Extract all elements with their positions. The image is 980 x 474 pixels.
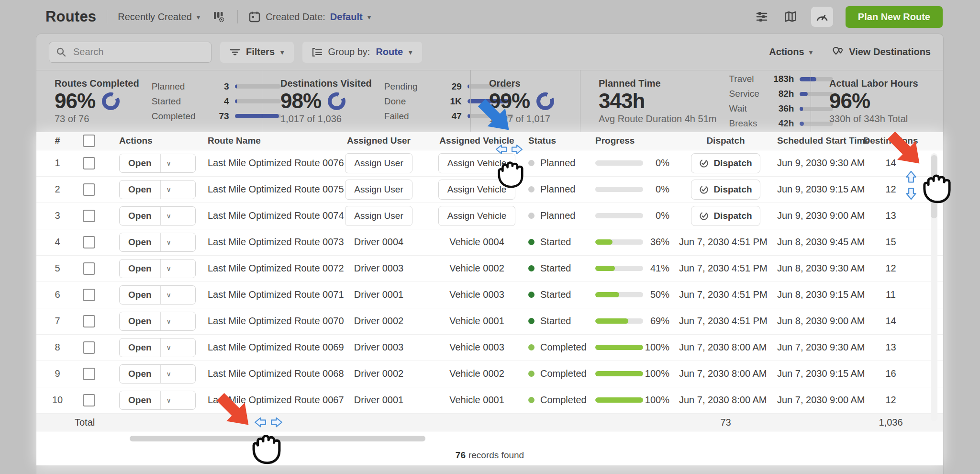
row-checkbox[interactable] [83, 341, 95, 354]
kpi-title: Destinations Visited [280, 78, 372, 89]
divider [107, 10, 107, 23]
progress-cell: 50% [588, 289, 679, 300]
column-header-assigned-vehicle[interactable]: Assigned Vehicle [439, 135, 514, 146]
plan-new-route-button[interactable]: Plan New Route [846, 6, 943, 28]
open-label: Open [120, 207, 160, 225]
open-route-button[interactable]: Open∨ [119, 338, 196, 357]
progress-cell: 100% [588, 395, 679, 406]
open-route-button[interactable]: Open∨ [119, 233, 196, 252]
row-checkbox[interactable] [83, 210, 95, 222]
row-checkbox[interactable] [83, 368, 95, 380]
progress-percent: 41% [643, 263, 679, 274]
row-checkbox[interactable] [83, 183, 95, 196]
row-checkbox[interactable] [83, 236, 95, 248]
kpi-card: Orders99%1,007 of 1,017 [470, 70, 580, 132]
dispatch-button[interactable]: Dispatch [691, 180, 760, 200]
open-route-button[interactable]: Open∨ [119, 206, 196, 226]
open-route-button[interactable]: Open∨ [119, 154, 196, 173]
open-route-button[interactable]: Open∨ [119, 312, 196, 331]
chevron-down-icon[interactable]: ∨ [160, 154, 177, 172]
column-header--[interactable]: # [55, 135, 60, 146]
chevron-down-icon[interactable]: ∨ [160, 286, 177, 304]
column-header-destinations[interactable]: Destinations [863, 135, 918, 146]
top-bar: Routes Recently Created ▾ [0, 0, 980, 34]
kpi-legend-value: 29 [440, 81, 462, 92]
row-checkbox[interactable] [83, 262, 95, 275]
assign-vehicle-button[interactable]: Assign Vehicle [438, 153, 516, 173]
assign-user-button[interactable]: Assign User [345, 206, 412, 226]
chevron-down-icon[interactable]: ∨ [160, 207, 177, 225]
vertical-scrollbar-thumb[interactable] [931, 155, 937, 218]
column-header-actions[interactable]: Actions [108, 135, 153, 146]
sort-dropdown[interactable]: Recently Created ▾ [118, 11, 200, 23]
dashboard-gauge-icon[interactable] [811, 7, 833, 27]
assign-vehicle-button[interactable]: Assign Vehicle [438, 206, 516, 226]
actions-dropdown[interactable]: Actions ▾ [769, 46, 813, 57]
map-icon[interactable] [782, 9, 799, 25]
chevron-down-icon[interactable]: ∨ [160, 312, 177, 330]
row-checkbox[interactable] [83, 289, 95, 301]
progress-bar-fill [595, 397, 643, 403]
open-label: Open [120, 233, 160, 251]
assign-user-button[interactable]: Assign User [345, 180, 412, 200]
status-cell: Planned [528, 158, 588, 169]
chevron-down-icon[interactable]: ∨ [160, 181, 177, 199]
created-date-dropdown[interactable]: Created Date: Default ▾ [248, 11, 371, 23]
status-label: Completed [540, 368, 587, 379]
open-label: Open [120, 286, 160, 304]
route-name: Last Mile Optimized Route 0069 [196, 342, 332, 353]
chevron-down-icon[interactable]: ∨ [160, 339, 177, 357]
progress-bar-fill [595, 371, 643, 376]
search-box[interactable] [49, 42, 212, 63]
row-checkbox[interactable] [83, 315, 95, 327]
route-name: Last Mile Optimized Route 0067 [196, 395, 332, 406]
row-checkbox[interactable] [83, 394, 95, 406]
row-checkbox[interactable] [83, 157, 95, 169]
filters-button[interactable]: Filters ▾ [220, 42, 294, 63]
status-cell: Started [528, 263, 588, 274]
chevron-down-icon[interactable]: ∨ [160, 365, 177, 383]
status-label: Planned [540, 158, 575, 169]
destinations-count: 14 [885, 316, 896, 327]
chevron-down-icon[interactable]: ∨ [160, 391, 177, 409]
dispatched-time: Jun 7, 2030 8:00 AM [679, 395, 772, 406]
assign-user-button[interactable]: Assign User [345, 153, 412, 173]
progress-bar [595, 160, 643, 166]
kpi-main: Destinations Visited98%1,017 of 1,036 [280, 78, 372, 124]
group-by-button[interactable]: Group by: Route ▾ [302, 42, 422, 63]
column-settings-icon[interactable] [211, 9, 227, 25]
horizontal-scrollbar-thumb[interactable] [130, 436, 425, 441]
column-header-assigned-user[interactable]: Assigned User [347, 135, 411, 146]
open-route-button[interactable]: Open∨ [119, 259, 196, 278]
assign-vehicle-button[interactable]: Assign Vehicle [438, 180, 516, 200]
column-header-scheduled-start-time[interactable]: Scheduled Start Time [772, 135, 870, 146]
kpi-main: Actual Labor Hours96%330h of 343h Total [829, 78, 918, 124]
dispatch-button[interactable]: Dispatch [691, 206, 760, 226]
view-destinations-button[interactable]: View Destinations [832, 46, 931, 58]
records-suffix: records found [468, 450, 524, 461]
select-all-checkbox[interactable] [83, 135, 95, 147]
column-header-progress[interactable]: Progress [588, 135, 635, 146]
column-header-status[interactable]: Status [528, 135, 556, 146]
table-row: 7Open∨Last Mile Optimized Route 0070Driv… [36, 308, 943, 335]
assigned-vehicle-cell: Assign Vehicle [438, 206, 516, 226]
dispatch-button[interactable]: Dispatch [691, 153, 760, 173]
column-header-dispatch[interactable]: Dispatch [706, 135, 745, 146]
chevron-down-icon[interactable]: ∨ [160, 233, 177, 251]
column-header-route-name[interactable]: Route Name [196, 135, 261, 146]
open-route-button[interactable]: Open∨ [119, 180, 196, 199]
route-name: Last Mile Optimized Route 0068 [196, 368, 332, 379]
destinations-count: 15 [885, 237, 896, 248]
table-row: 5Open∨Last Mile Optimized Route 0072Driv… [36, 256, 943, 282]
open-route-button[interactable]: Open∨ [119, 285, 196, 305]
open-route-button[interactable]: Open∨ [119, 364, 196, 384]
status-label: Started [540, 316, 571, 327]
assigned-user-cell: Driver 0002 [354, 368, 403, 379]
search-input[interactable] [72, 46, 204, 58]
chevron-down-icon[interactable]: ∨ [160, 260, 177, 278]
row-number: 4 [55, 237, 60, 248]
status-cell: Completed [528, 395, 588, 406]
tune-sliders-icon[interactable] [754, 9, 770, 25]
row-number: 2 [55, 184, 60, 195]
open-route-button[interactable]: Open∨ [119, 391, 196, 410]
